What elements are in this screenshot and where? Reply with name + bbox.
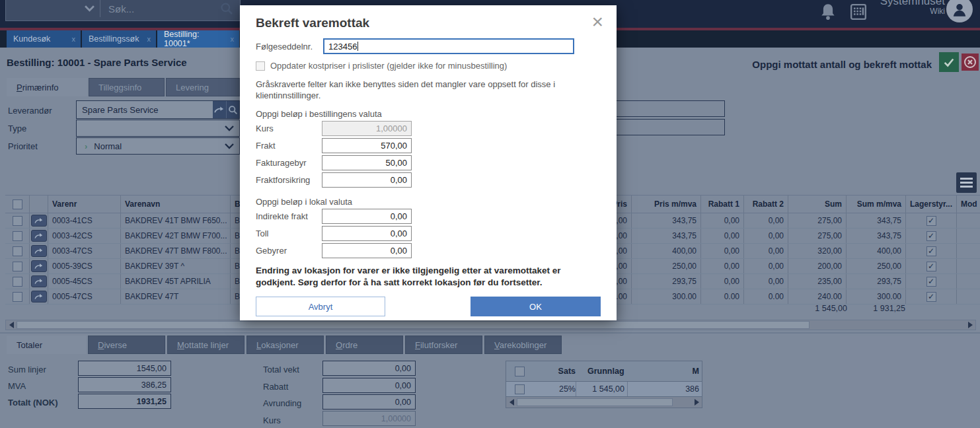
frakt-input[interactable]: 570,00	[322, 138, 412, 153]
folgeseddel-input[interactable]: 123456	[323, 38, 574, 54]
info-text: Gråskraverte felter kan ikke benyttes si…	[256, 79, 594, 101]
oppdater-kostpriser-label: Oppdater kostpriser i prislister (gjelde…	[270, 61, 507, 71]
close-icon[interactable]: ×	[591, 11, 603, 33]
toll-input[interactable]: 0,00	[322, 226, 412, 241]
app-window: Søk... Systemhuset Wiki Kundesøk x Besti…	[0, 0, 980, 428]
gebyrer-input[interactable]: 0,00	[322, 243, 412, 258]
cancel-button[interactable]: Avbryt	[256, 297, 385, 316]
group-lokal-valuta: Oppgi beløp i lokal valuta	[256, 197, 601, 207]
group-bestillingens-valuta: Oppgi beløp i bestillingens valuta	[256, 109, 601, 119]
dialog-title: Bekreft varemottak	[256, 16, 601, 30]
folgeseddel-label: Følgeseddelnr.	[256, 42, 323, 52]
indirekte-frakt-input[interactable]: 0,00	[322, 209, 412, 224]
oppdater-kostpriser-checkbox[interactable]	[256, 61, 265, 71]
ok-button[interactable]: OK	[471, 297, 601, 316]
lokasjon-warning: Endring av lokasjon for varer er ikke ti…	[256, 265, 598, 289]
fakturagebyr-input[interactable]: 50,00	[322, 155, 412, 170]
text-caret	[358, 42, 358, 51]
kurs-input[interactable]: 1,00000	[322, 121, 412, 136]
bekreft-varemottak-dialog: Bekreft varemottak × Følgeseddelnr. 1234…	[240, 5, 617, 320]
fraktforsikring-input[interactable]: 0,00	[322, 172, 412, 188]
